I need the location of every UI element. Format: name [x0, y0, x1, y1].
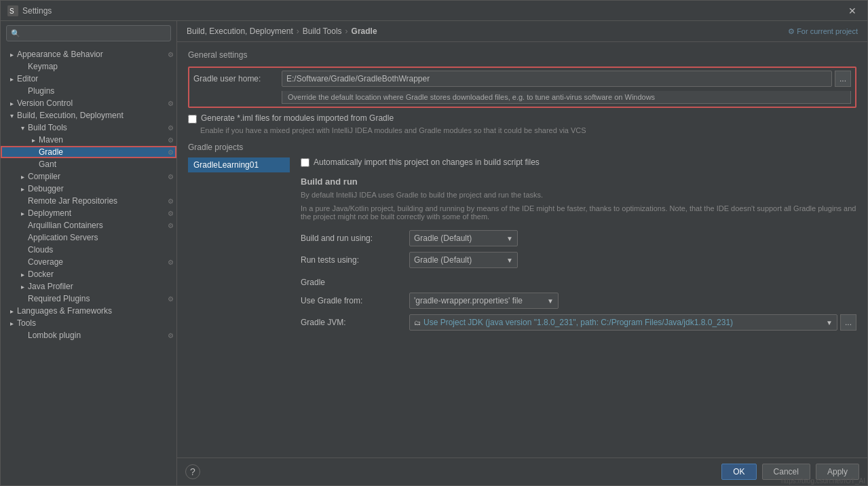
gradle-home-input[interactable]: E:/Software/Gradle/GradleBothWrapper [286, 74, 827, 83]
build-run-dropdown[interactable]: Gradle (Default) IntelliJ IDEA ▼ [409, 230, 518, 246]
sidebar-item-remote-jar-repositories[interactable]: Remote Jar Repositories ⚙ [1, 195, 176, 207]
build-run-select[interactable]: Gradle (Default) IntelliJ IDEA [414, 233, 502, 243]
run-tests-label: Run tests using: [301, 255, 409, 265]
build-run-desc: By default IntelliJ IDEA uses Gradle to … [301, 191, 856, 199]
sidebar-item-build-tools[interactable]: ▾ Build Tools ⚙ [1, 122, 176, 134]
sidebar-item-keymap[interactable]: Keymap [1, 60, 176, 73]
ok-button[interactable]: OK [721, 464, 756, 480]
config-icon: ⚙ [168, 100, 174, 107]
jdk-icon: 🗂 [414, 319, 421, 326]
sidebar-item-required-plugins[interactable]: Required Plugins ⚙ [1, 293, 176, 305]
use-gradle-select[interactable]: 'gradle-wrapper.properties' file Specifi… [414, 296, 543, 305]
sidebar-item-label: Compiler [28, 172, 168, 181]
gradle-home-input-wrapper[interactable]: E:/Software/Gradle/GradleBothWrapper [282, 71, 832, 87]
sidebar-item-arquillian-containers[interactable]: Arquillian Containers ⚙ [1, 219, 176, 231]
generate-iml-checkbox[interactable] [188, 115, 197, 124]
sidebar-item-build-execution-deployment[interactable]: ▾ Build, Execution, Deployment [1, 109, 176, 122]
sidebar-item-label: Build Tools [28, 123, 168, 132]
breadcrumb-current: Gradle [352, 26, 377, 36]
sidebar-item-java-profiler[interactable]: ▸ Java Profiler [1, 280, 176, 293]
dropdown-arrow: ▼ [506, 257, 513, 264]
jvm-ellipsis-button[interactable]: ... [840, 314, 856, 331]
dropdown-arrow: ▼ [506, 235, 513, 242]
dropdown-arrow: ▼ [547, 297, 554, 305]
sidebar-item-label: Appearance & Behavior [17, 50, 168, 59]
gradle-user-home-row: Gradle user home: E:/Software/Gradle/Gra… [193, 71, 851, 87]
sidebar-item-editor[interactable]: ▸ Editor [1, 73, 176, 85]
sidebar-item-plugins[interactable]: Plugins [1, 85, 176, 97]
cancel-button[interactable]: Cancel [762, 464, 810, 480]
sidebar-item-label: Java Profiler [28, 282, 176, 291]
auto-import-label: Automatically import this project on cha… [314, 157, 540, 167]
help-button[interactable]: ? [185, 464, 200, 479]
config-icon: ⚙ [168, 149, 174, 156]
breadcrumb-separator2: › [345, 26, 348, 36]
sidebar-item-debugger[interactable]: ▸ Debugger [1, 183, 176, 195]
config-icon: ⚙ [168, 259, 174, 266]
search-box[interactable]: 🔍 [6, 25, 171, 41]
settings-content: General settings Gradle user home: E:/So… [177, 42, 867, 457]
generate-iml-label: Generate *.iml files for modules importe… [201, 113, 394, 123]
expand-arrow: ▸ [6, 75, 17, 83]
config-icon: ⚙ [168, 173, 174, 181]
generate-iml-hint: Enable if you have a mixed project with … [200, 126, 856, 134]
sidebar-item-coverage[interactable]: Coverage ⚙ [1, 256, 176, 268]
expand-arrow: ▸ [6, 51, 17, 58]
sidebar-item-docker[interactable]: ▸ Docker [1, 268, 176, 280]
projects-area: GradleLearning01 Automatically import th… [188, 157, 856, 336]
sidebar-item-label: Arquillian Containers [28, 221, 168, 230]
sidebar-tree: ▸ Appearance & Behavior ⚙ Keymap ▸ Edito… [1, 45, 176, 485]
gradle-home-ellipsis-button[interactable]: ... [835, 71, 851, 87]
config-icon: ⚙ [168, 210, 174, 217]
project-item[interactable]: GradleLearning01 [188, 157, 290, 172]
expand-arrow: ▸ [17, 271, 28, 278]
gradle-jvm-row: Gradle JVM: 🗂 Use Project JDK (java vers… [301, 314, 856, 331]
sidebar-item-gradle[interactable]: Gradle ⚙ [1, 146, 176, 158]
sidebar-item-label: Plugins [28, 86, 176, 96]
use-gradle-row: Use Gradle from: 'gradle-wrapper.propert… [301, 293, 856, 309]
sidebar-item-label: Deployment [28, 208, 168, 218]
sidebar-item-label: Version Control [17, 98, 168, 108]
sidebar-item-clouds[interactable]: Clouds [1, 244, 176, 256]
gradle-jvm-dropdown[interactable]: 🗂 Use Project JDK (java version "1.8.0_2… [409, 314, 837, 331]
sidebar-item-label: Application Servers [28, 233, 176, 242]
sidebar-item-appearance-behavior[interactable]: ▸ Appearance & Behavior ⚙ [1, 48, 176, 60]
sidebar-item-gant[interactable]: Gant [1, 158, 176, 170]
sidebar-item-maven[interactable]: ▸ Maven ⚙ [1, 134, 176, 146]
sidebar-item-compiler[interactable]: ▸ Compiler ⚙ [1, 170, 176, 183]
close-button[interactable]: ✕ [844, 4, 861, 18]
search-input[interactable] [23, 29, 166, 38]
sidebar-item-label: Clouds [28, 245, 176, 255]
sidebar-item-label: Remote Jar Repositories [28, 196, 168, 206]
sidebar-item-label: Lombok plugin [28, 331, 168, 340]
sidebar-item-tools[interactable]: ▸ Tools [1, 317, 176, 329]
content-area: 🔍 ▸ Appearance & Behavior ⚙ Keymap ▸ [1, 21, 867, 485]
run-tests-select[interactable]: Gradle (Default) IntelliJ IDEA [414, 255, 502, 265]
expand-arrow: ▸ [6, 320, 17, 327]
expand-arrow: ▾ [6, 112, 17, 119]
apply-button[interactable]: Apply [816, 464, 859, 480]
use-gradle-dropdown[interactable]: 'gradle-wrapper.properties' file Specifi… [409, 293, 559, 309]
gradle-jvm-label: Gradle JVM: [301, 318, 409, 327]
build-run-using-row: Build and run using: Gradle (Default) In… [301, 230, 856, 246]
gradle-user-home-section: Gradle user home: E:/Software/Gradle/Gra… [188, 67, 856, 108]
sidebar-item-languages-frameworks[interactable]: ▸ Languages & Frameworks [1, 305, 176, 317]
sidebar-item-version-control[interactable]: ▸ Version Control ⚙ [1, 97, 176, 109]
run-tests-dropdown[interactable]: Gradle (Default) IntelliJ IDEA ▼ [409, 252, 518, 268]
expand-arrow: ▸ [17, 283, 28, 291]
breadcrumb-separator1: › [297, 26, 299, 36]
expand-arrow: ▸ [6, 307, 17, 315]
config-icon: ⚙ [168, 222, 174, 229]
config-icon: ⚙ [168, 136, 174, 144]
sidebar-item-label: Docker [28, 269, 176, 279]
expand-arrow: ▸ [17, 185, 28, 193]
config-icon: ⚙ [168, 295, 174, 303]
window-title: Settings [22, 6, 844, 16]
auto-import-checkbox[interactable] [301, 158, 309, 167]
sidebar-item-deployment[interactable]: ▸ Deployment ⚙ [1, 207, 176, 219]
sidebar-item-application-servers[interactable]: Application Servers [1, 231, 176, 244]
title-bar: S Settings ✕ [1, 1, 867, 21]
sidebar-item-label: Editor [17, 74, 176, 83]
general-settings-title: General settings [188, 50, 856, 60]
sidebar-item-lombok-plugin[interactable]: Lombok plugin ⚙ [1, 329, 176, 341]
